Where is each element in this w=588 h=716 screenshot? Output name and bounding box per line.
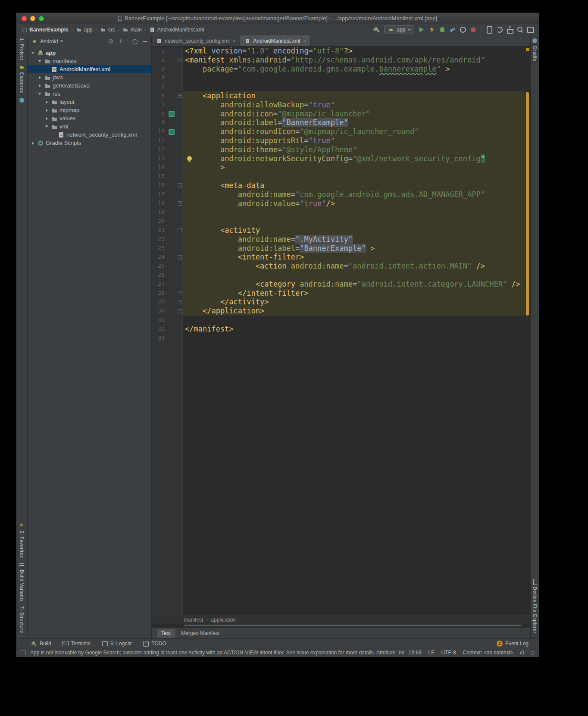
code-line-19[interactable]: 19 <box>152 208 530 217</box>
tree-item-res[interactable]: res <box>28 90 151 98</box>
fold-end-icon[interactable]: └ <box>177 289 183 298</box>
breadcrumb-manifest[interactable]: manifest <box>184 617 203 623</box>
lock-icon[interactable] <box>520 652 524 654</box>
settings-gear-icon[interactable] <box>132 38 138 44</box>
warning-stripe-marker[interactable] <box>526 48 529 51</box>
code-line-22[interactable]: 22 android:name=".MyActivity" <box>152 235 530 244</box>
chevron-down-icon[interactable] <box>30 52 35 54</box>
tree-item-gradle-scripts[interactable]: Gradle Scripts <box>28 139 151 147</box>
run-button[interactable] <box>417 25 426 34</box>
attach-debugger-button[interactable] <box>458 25 468 34</box>
tab-network-security-config-xml[interactable]: network_security_config.xml× <box>152 35 240 46</box>
hide-panel-button[interactable] <box>142 38 148 44</box>
chevron-down-icon[interactable] <box>37 60 42 62</box>
code-line-24[interactable]: 24− <intent-filter> <box>152 253 530 262</box>
highlight-range-marker[interactable] <box>526 92 529 316</box>
code-line-7[interactable]: 7 android:allowBackup="true" <box>152 100 530 109</box>
chevron-right-icon[interactable] <box>44 117 49 120</box>
chevron-down-icon[interactable] <box>37 93 42 95</box>
code-line-13[interactable]: 13 android:networkSecurityConfig="@xml/n… <box>152 154 530 163</box>
chevron-right-icon[interactable] <box>44 100 49 104</box>
code-line-17[interactable]: 17 android:name="com.google.android.gms.… <box>152 190 530 199</box>
run-config-select[interactable]: app <box>384 25 414 34</box>
stop-button[interactable] <box>469 25 478 34</box>
error-stripe[interactable] <box>525 47 530 615</box>
toolwindow-access-icon[interactable] <box>21 650 26 655</box>
code-line-33[interactable]: 33 <box>152 334 530 343</box>
code-line-6[interactable]: 6− <application <box>152 91 530 100</box>
launcher-icon-preview[interactable] <box>169 111 175 117</box>
fold-end-icon[interactable]: └ <box>177 297 183 306</box>
build-hammer-button[interactable] <box>372 25 382 34</box>
tool-window-button-6-logcat[interactable]: 6: Logcat <box>102 641 131 647</box>
horizontal-scrollbar[interactable] <box>152 624 530 627</box>
code-line-18[interactable]: 18└ android:value="true"/> <box>152 199 530 208</box>
tree-item-app[interactable]: app <box>28 49 151 57</box>
view-tab-merged-manifest[interactable]: Merged Manifest <box>177 629 224 638</box>
code-line-10[interactable]: 10 android:roundIcon="@mipmap/ic_launche… <box>152 127 530 136</box>
zoom-window-button[interactable] <box>39 16 44 21</box>
tree-item-layout[interactable]: layout <box>28 98 151 106</box>
scrollbar-thumb[interactable] <box>184 625 522 626</box>
code-line-21[interactable]: 21− <activity <box>152 226 530 235</box>
breadcrumb-item-bannerexample[interactable]: BannerExample <box>20 26 69 34</box>
tool-window-button-build[interactable]: Build <box>31 641 51 647</box>
tree-item-androidmanifest-xml[interactable]: AndroidManifest.xml <box>28 65 151 73</box>
tool-window-button-todo[interactable]: TODO <box>143 641 166 647</box>
close-window-button[interactable] <box>22 16 27 21</box>
profile-button[interactable] <box>448 25 457 34</box>
status-message[interactable]: App is not indexable by Google Search; c… <box>30 650 404 656</box>
tree-item-mipmap[interactable]: mipmap <box>28 106 151 114</box>
tool-button-7-structure[interactable]: 7: Structure <box>19 606 25 633</box>
tool-window-button-event-log[interactable]: 2Event Log <box>497 641 529 647</box>
chevron-right-icon[interactable] <box>37 84 42 88</box>
tree-item-java[interactable]: java <box>28 73 151 81</box>
tree-item-generatedjava[interactable]: generatedJava <box>28 81 151 90</box>
code-line-32[interactable]: 32</manifest> <box>152 325 530 334</box>
tree-item-network-security-config-xml[interactable]: network_security_config.xml <box>28 131 151 139</box>
code-line-1[interactable]: 1<?xml version="1.0" encoding="utf-8"?> <box>152 47 530 56</box>
breadcrumb-item-main[interactable]: main <box>121 26 143 34</box>
caret-position[interactable]: 13:69 <box>409 650 422 656</box>
chevron-right-icon[interactable] <box>37 76 42 79</box>
close-tab-icon[interactable]: × <box>233 38 236 44</box>
title-bar[interactable]: BannerExample [~/src/github/android-exam… <box>16 13 539 24</box>
device-manager-button[interactable] <box>485 25 494 34</box>
tool-button-captures[interactable]: Captures <box>19 64 25 93</box>
code-line-4[interactable]: 4 <box>152 73 530 82</box>
code-line-14[interactable]: 14 > <box>152 163 530 172</box>
code-line-5[interactable]: 5 <box>152 82 530 91</box>
code-line-11[interactable]: 11 android:supportsRtl="true" <box>152 136 530 145</box>
chevron-right-icon[interactable] <box>30 141 35 145</box>
tool-button-gradle[interactable]: Gradle <box>532 38 538 61</box>
tool-button-monitor-circle[interactable] <box>19 97 25 103</box>
project-view-selector[interactable]: Android <box>40 38 58 44</box>
tree-item-xml[interactable]: xml <box>28 122 151 131</box>
code-line-28[interactable]: 28└ </intent-filter> <box>152 289 530 298</box>
fold-open-icon[interactable]: − <box>177 91 183 100</box>
code-line-12[interactable]: 12 android:theme="@style/AppTheme" <box>152 145 530 154</box>
file-encoding[interactable]: UTF-8 <box>441 650 456 656</box>
indicator-icon[interactable] <box>531 651 535 655</box>
breadcrumb-item-src[interactable]: src <box>99 26 116 34</box>
tool-button-1-project[interactable]: 1: Project <box>19 38 25 60</box>
code-line-8[interactable]: 8 android:icon="@mipmap/ic_launcher" <box>152 109 530 119</box>
search-everywhere-button[interactable] <box>516 25 525 34</box>
chevron-right-icon[interactable] <box>44 109 49 112</box>
tab-androidmanifest-xml[interactable]: AndroidManifest.xml× <box>240 35 310 46</box>
code-line-25[interactable]: 25 <action android:name="android.intent.… <box>152 262 530 271</box>
tool-window-button-terminal[interactable]: Terminal <box>63 641 91 647</box>
line-separator[interactable]: LF <box>428 650 435 656</box>
chevron-down-icon[interactable] <box>60 41 63 42</box>
fold-open-icon[interactable]: − <box>177 253 183 262</box>
breadcrumb-item-androidmanifest-xml[interactable]: AndroidManifest.xml <box>148 26 205 34</box>
sync-project-button[interactable] <box>495 25 504 34</box>
close-tab-icon[interactable]: × <box>303 38 307 44</box>
fold-open-icon[interactable]: − <box>177 181 183 190</box>
chevron-down-icon[interactable] <box>44 125 49 128</box>
code-line-23[interactable]: 23 android:label="BannerExample" > <box>152 244 530 253</box>
code-line-30[interactable]: 30└ </application> <box>152 306 530 316</box>
code-line-20[interactable]: 20 <box>152 217 530 226</box>
tool-button-2-favorites[interactable]: 2: Favorites <box>19 523 25 558</box>
fold-open-icon[interactable]: − <box>177 226 183 235</box>
